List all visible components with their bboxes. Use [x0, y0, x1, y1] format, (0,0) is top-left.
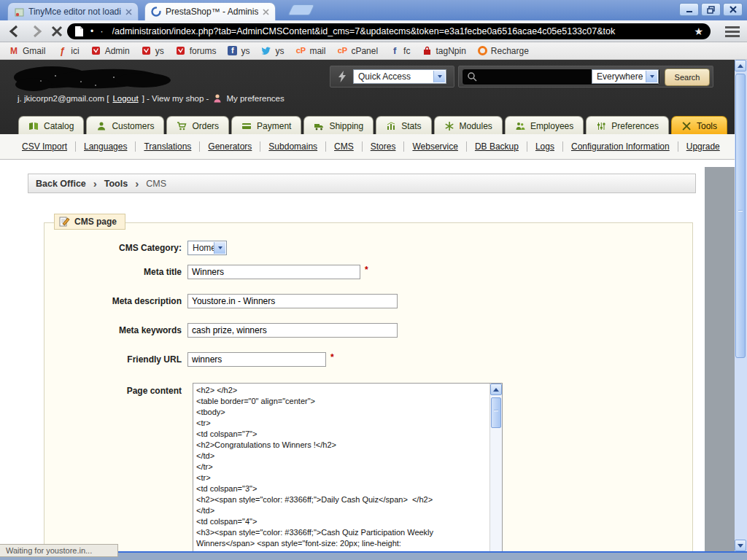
scroll-up-icon[interactable]: [735, 60, 746, 71]
subnav-csv-import[interactable]: CSV Import: [22, 141, 76, 152]
youstore-icon: [176, 46, 186, 56]
restore-icon[interactable]: [701, 3, 721, 16]
bookmark-forums[interactable]: forums: [176, 46, 217, 56]
quick-access-select[interactable]: Quick Access: [353, 69, 446, 84]
address-bar[interactable]: • · /administration/index.php?tab=AdminC…: [67, 23, 711, 39]
subnav-languages[interactable]: Languages: [76, 141, 136, 152]
breadcrumb-back-office[interactable]: Back Office: [36, 179, 86, 189]
tab-tools-active[interactable]: Tools: [671, 116, 727, 134]
facebook-f-icon: f: [390, 46, 400, 56]
shipping-icon: [314, 121, 324, 131]
subnav-generators[interactable]: Generators: [200, 141, 260, 152]
subnav-upgrade[interactable]: Upgrade: [678, 141, 728, 152]
subnav-translations[interactable]: Translations: [136, 141, 200, 152]
menu-icon[interactable]: [725, 26, 740, 39]
meta-keywords-input[interactable]: cash prize, winners: [187, 323, 398, 338]
tab-label: Orders: [192, 121, 219, 131]
bookmark-admin[interactable]: Admin: [91, 46, 130, 56]
url-text: /administration/index.php?tab=AdminCMSCo…: [112, 26, 688, 36]
subnav-db-backup[interactable]: DB Backup: [467, 141, 527, 152]
preferences-icon: [596, 121, 606, 131]
scroll-up-icon[interactable]: [490, 384, 502, 395]
orders-icon: [177, 121, 187, 131]
twitter-icon: [261, 46, 271, 56]
textarea-scrollbar[interactable]: [489, 384, 502, 560]
form-row-meta-keywords: Meta keywords cash prize, winners: [44, 323, 692, 338]
search-button[interactable]: Search: [665, 69, 710, 86]
friendly-url-input[interactable]: winners: [187, 352, 326, 367]
tab-modules[interactable]: Modules: [434, 116, 503, 134]
meta-description-input[interactable]: Youstore.in - Winners: [187, 294, 398, 308]
subnav-stores[interactable]: Stores: [363, 141, 405, 152]
bookmark-label: Recharge: [491, 46, 529, 56]
bookmarks-bar: MGmail ƒici Admin ys forums fys ys cPmai…: [0, 42, 747, 60]
page-content-textarea[interactable]: <h2> </h2> <table border="0" align="cent…: [193, 383, 503, 560]
bookmark-twitter-ys[interactable]: ys: [261, 46, 284, 56]
meta-title-input[interactable]: Winners: [187, 265, 360, 279]
subnav-configuration-information[interactable]: Configuration Information: [563, 141, 678, 152]
chevron-down-icon: [646, 71, 657, 82]
bookmark-label: mail: [309, 46, 325, 56]
tab-stats[interactable]: Stats: [376, 116, 431, 134]
browser-tab-tinymce[interactable]: TinyMce editor not loading o: [7, 2, 139, 20]
subnav-webservice[interactable]: Webservice: [404, 141, 466, 152]
bookmark-ys[interactable]: ys: [142, 46, 164, 56]
subnav-subdomains[interactable]: Subdomains: [260, 141, 326, 152]
scroll-down-icon[interactable]: [735, 540, 746, 551]
page-right-gutter: [705, 167, 735, 560]
field-label: Friendly URL: [44, 354, 187, 365]
minimize-icon[interactable]: [679, 3, 699, 16]
bookmark-star-icon[interactable]: ★: [694, 26, 703, 36]
bookmark-label: Admin: [105, 46, 130, 56]
close-window-icon[interactable]: [723, 3, 743, 16]
bookmark-fc[interactable]: ffc: [390, 46, 410, 56]
tab-catalog[interactable]: Catalog: [18, 116, 84, 134]
youstore-icon: [91, 46, 101, 56]
bookmark-label: forums: [190, 46, 217, 56]
tab-payment[interactable]: Payment: [231, 116, 301, 134]
bookmark-tagnpin[interactable]: tagNpin: [422, 46, 465, 56]
form-row-meta-title: Meta title Winners *: [44, 265, 692, 279]
field-label: Meta description: [44, 296, 187, 306]
user-info-line: j. jkicorpn2@gmail.com [ Logout ] - View…: [18, 93, 285, 103]
logout-link[interactable]: Logout: [112, 94, 138, 103]
tab-customers[interactable]: Customers: [86, 116, 164, 134]
bookmark-cp-mail[interactable]: cPmail: [295, 46, 325, 56]
cms-category-select[interactable]: Home: [187, 241, 227, 255]
bookmark-ici[interactable]: ƒici: [57, 46, 79, 56]
person-icon: [212, 93, 222, 103]
bookmark-recharge[interactable]: Recharge: [478, 46, 529, 56]
bookmark-gmail[interactable]: MGmail: [9, 46, 45, 56]
new-tab-button[interactable]: [288, 4, 315, 15]
bookmark-facebook-ys[interactable]: fys: [228, 46, 249, 56]
search-scope-select[interactable]: Everywhere: [592, 69, 659, 84]
stop-icon[interactable]: [50, 24, 66, 39]
subnav-logs[interactable]: Logs: [527, 141, 563, 152]
search-panel: Everywhere Search: [458, 66, 713, 88]
tab-label: Catalog: [44, 121, 74, 131]
tab-label: Tools: [697, 121, 717, 131]
subnav-cms[interactable]: CMS: [326, 141, 363, 152]
tab-orders[interactable]: Orders: [166, 116, 229, 134]
quick-access-value: Quick Access: [358, 71, 411, 82]
document-icon: [74, 26, 84, 37]
breadcrumb-tools[interactable]: Tools: [104, 179, 128, 189]
close-icon[interactable]: [125, 9, 132, 15]
bookmark-cpanel[interactable]: cPcPanel: [337, 46, 378, 56]
chevron-down-icon: [214, 242, 225, 254]
form-row-friendly-url: Friendly URL winners *: [44, 352, 692, 367]
forward-icon[interactable]: [29, 24, 45, 39]
close-icon[interactable]: [263, 9, 269, 15]
tab-employees[interactable]: Employees: [505, 116, 584, 134]
scrollbar-thumb[interactable]: [735, 74, 746, 358]
my-preferences-link[interactable]: My preferences: [226, 94, 284, 103]
scrollbar-thumb[interactable]: [491, 397, 501, 428]
back-icon[interactable]: [7, 24, 23, 39]
tab-label: Payment: [257, 121, 291, 131]
browser-scrollbar[interactable]: [735, 60, 747, 551]
tab-shipping[interactable]: Shipping: [303, 116, 374, 134]
search-icon: [467, 71, 478, 82]
browser-tab-prestashop[interactable]: PrestaShop™ - Administratio: [144, 2, 276, 20]
tab-preferences[interactable]: Preferences: [586, 116, 669, 134]
view-my-shop-link[interactable]: ] - View my shop -: [142, 94, 209, 103]
